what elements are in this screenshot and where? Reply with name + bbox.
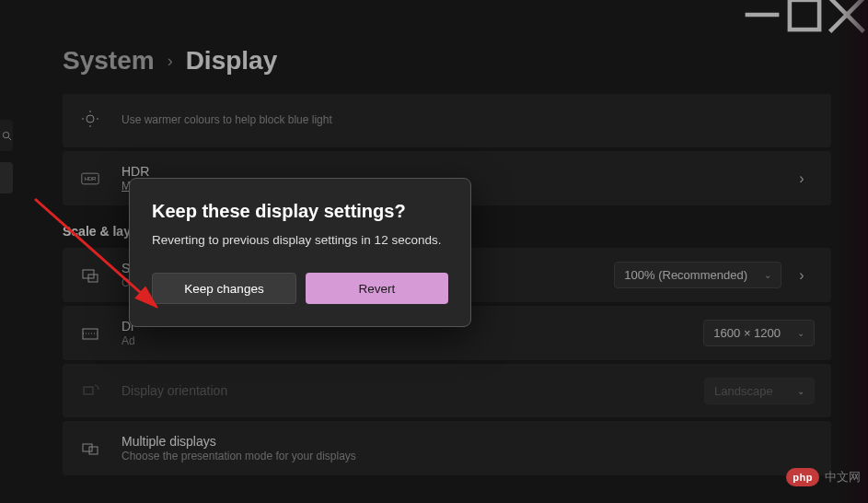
watermark-text: 中文网 [825,469,861,485]
keep-changes-button[interactable]: Keep changes [152,273,296,304]
watermark-badge: php [786,468,819,486]
dialog-title: Keep these display settings? [152,201,448,222]
watermark: php 中文网 [786,468,861,486]
revert-button[interactable]: Revert [306,273,448,304]
dialog-body: Reverting to previous display settings i… [152,233,448,247]
keep-settings-dialog: Keep these display settings? Reverting t… [129,178,471,327]
